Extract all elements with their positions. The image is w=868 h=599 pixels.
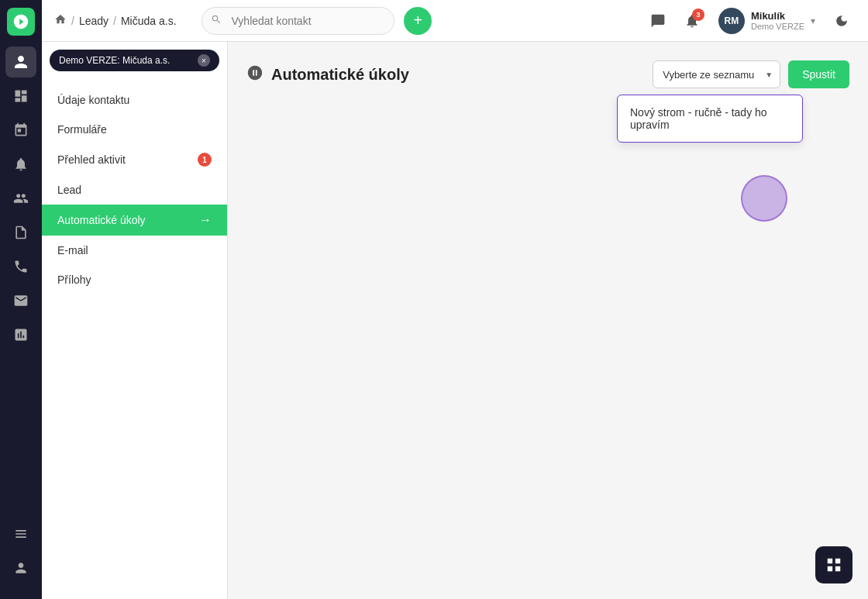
sidebar-item-arrow-icon: → — [199, 213, 212, 227]
chevron-down-icon: ▾ — [811, 15, 815, 26]
avatar: RM — [718, 8, 745, 34]
header-icons: 3 RM Mikulík Demo VERZE ▾ — [644, 5, 856, 37]
sidebar-icon-phone[interactable] — [5, 251, 36, 282]
sidebar-item-email-label: E-mail — [57, 244, 88, 256]
sidebar-icon-analytics[interactable] — [5, 319, 36, 350]
sidebar-item-prilohy-label: Přílohy — [57, 274, 91, 286]
user-info: Mikulík Demo VERZE — [751, 10, 804, 31]
page-header: Automatické úkoly Vyberte ze seznamu Spu… — [246, 60, 849, 88]
sidebar-item-formulare[interactable]: Formuláře — [42, 115, 227, 144]
icon-bar — [0, 0, 42, 599]
search-bar — [202, 7, 395, 35]
select-wrapper: Vyberte ze seznamu — [653, 60, 780, 88]
sidebar-icon-notifications[interactable] — [5, 149, 36, 180]
prehled-badge: 1 — [198, 153, 212, 167]
page-actions: Vyberte ze seznamu Spustit Nový strom - … — [653, 60, 849, 88]
sidebar-icon-integrations[interactable] — [5, 518, 36, 549]
user-name: Mikulík — [751, 10, 804, 22]
sidebar-icon-email[interactable] — [5, 285, 36, 316]
floating-grid-button[interactable] — [815, 546, 852, 584]
sidebar-icon-contacts[interactable] — [5, 46, 36, 77]
sidebar-item-prehled[interactable]: Přehled aktivit 1 — [42, 144, 227, 175]
notifications-button[interactable]: 3 — [678, 7, 706, 35]
user-menu[interactable]: RM Mikulík Demo VERZE ▾ — [712, 5, 822, 37]
content-area: Demo VERZE: Mičuda a.s. × Údaje kontaktu… — [42, 42, 868, 599]
sidebar-item-udaje-label: Údaje kontaktu — [57, 94, 129, 106]
sidebar-icon-dashboard[interactable] — [5, 81, 36, 112]
sidebar-icon-calendar[interactable] — [5, 115, 36, 146]
app-logo[interactable] — [7, 8, 35, 36]
run-button[interactable]: Spustit — [788, 60, 849, 88]
task-select[interactable]: Vyberte ze seznamu — [653, 60, 780, 88]
notification-badge: 3 — [692, 9, 704, 21]
demo-tag: Demo VERZE: Mičuda a.s. × — [50, 50, 219, 71]
search-input[interactable] — [202, 7, 395, 35]
dropdown-popup: Nový strom - ručně - tady ho upravím — [617, 95, 803, 143]
sidebar-item-udaje[interactable]: Údaje kontaktu — [42, 85, 227, 115]
page-content: Automatické úkoly Vyberte ze seznamu Spu… — [228, 42, 868, 599]
dropdown-option-1[interactable]: Nový strom - ručně - tady ho upravím — [618, 98, 802, 139]
sidebar-item-prilohy[interactable]: Přílohy — [42, 265, 227, 294]
breadcrumb-contact: Mičuda a.s. — [121, 15, 177, 27]
sidebar-item-automaticke[interactable]: Automatické úkoly → — [42, 205, 227, 236]
sidebar-icon-people[interactable] — [5, 183, 36, 214]
breadcrumb-leady[interactable]: Leady — [79, 15, 108, 27]
sidebar-item-automaticke-label: Automatické úkoly — [57, 214, 146, 226]
breadcrumb-sep-2: / — [113, 15, 116, 27]
cursor-indicator — [741, 175, 787, 222]
sidebar-item-email[interactable]: E-mail — [42, 236, 227, 265]
add-button[interactable]: + — [404, 7, 432, 35]
breadcrumb-sep-1: / — [71, 15, 74, 27]
breadcrumb-home[interactable] — [54, 13, 67, 28]
breadcrumb: / Leady / Mičuda a.s. — [54, 13, 177, 28]
demo-tag-label: Demo VERZE: Mičuda a.s. — [59, 55, 170, 66]
chat-button[interactable] — [644, 7, 672, 35]
search-icon — [211, 14, 222, 28]
sidebar: Demo VERZE: Mičuda a.s. × Údaje kontaktu… — [42, 42, 228, 599]
sidebar-item-lead-label: Lead — [57, 184, 81, 196]
sidebar-icon-settings[interactable] — [5, 553, 36, 584]
page-title-icon — [246, 64, 264, 84]
sidebar-icon-files[interactable] — [5, 217, 36, 248]
sidebar-item-formulare-label: Formuláře — [57, 123, 107, 136]
header: / Leady / Mičuda a.s. + 3 RM Mikulí — [42, 0, 868, 42]
theme-toggle-button[interactable] — [828, 7, 856, 35]
user-role: Demo VERZE — [751, 22, 804, 31]
demo-tag-close-button[interactable]: × — [198, 54, 210, 67]
main-wrapper: / Leady / Mičuda a.s. + 3 RM Mikulí — [42, 0, 868, 599]
sidebar-item-prehled-label: Přehled aktivit — [57, 153, 126, 166]
page-title-row: Automatické úkoly — [246, 64, 409, 84]
sidebar-item-lead[interactable]: Lead — [42, 175, 227, 205]
sidebar-nav: Údaje kontaktu Formuláře Přehled aktivit… — [42, 79, 227, 301]
page-title: Automatické úkoly — [271, 66, 409, 84]
